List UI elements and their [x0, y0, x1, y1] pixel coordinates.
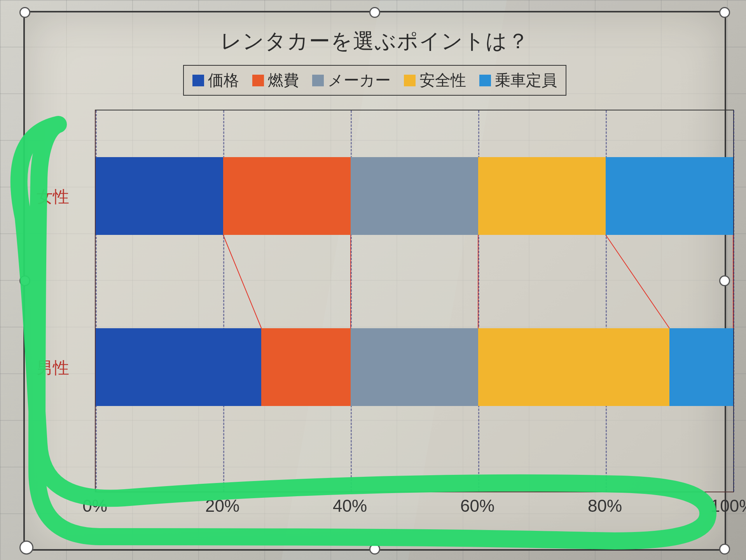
series-connector-3: [606, 235, 669, 328]
grid-line-100: [733, 110, 734, 492]
legend-item-1[interactable]: 燃費: [252, 70, 299, 91]
x-axis-ticks: 0%20%40%60%80%100%: [95, 496, 732, 520]
bar-segment-男性-メーカー[interactable]: [351, 328, 478, 406]
legend-swatch-4: [479, 75, 491, 86]
x-tick-80%: 80%: [588, 496, 622, 516]
chart-object[interactable]: レンタカーを選ぶポイントは？ 価格燃費メーカー安全性乗車定員 女性 男性 0%2…: [23, 11, 726, 551]
legend-swatch-3: [404, 75, 416, 86]
legend-item-2[interactable]: メーカー: [312, 70, 391, 91]
legend-swatch-0: [192, 75, 204, 86]
plot-area[interactable]: [95, 110, 734, 492]
x-tick-20%: 20%: [205, 496, 239, 516]
x-tick-40%: 40%: [333, 496, 367, 516]
legend-label-2: メーカー: [328, 70, 391, 91]
resize-handle-w[interactable]: [19, 275, 30, 286]
legend-item-3[interactable]: 安全性: [404, 70, 466, 91]
x-tick-100%: 100%: [711, 496, 746, 516]
bar-segment-男性-価格[interactable]: [96, 328, 261, 406]
resize-handle-se[interactable]: [719, 544, 730, 555]
legend-item-4[interactable]: 乗車定員: [479, 70, 557, 91]
resize-handle-sw[interactable]: [19, 541, 33, 555]
resize-handle-n[interactable]: [369, 7, 380, 18]
y-axis-label-male: 男性: [37, 357, 91, 379]
bar-segment-男性-燃費[interactable]: [261, 328, 351, 406]
legend-item-0[interactable]: 価格: [192, 70, 239, 91]
x-tick-60%: 60%: [460, 496, 494, 516]
bar-segment-男性-安全性[interactable]: [478, 328, 669, 406]
resize-handle-nw[interactable]: [19, 7, 30, 18]
bar-segment-女性-燃費[interactable]: [223, 157, 351, 235]
resize-handle-s[interactable]: [369, 544, 380, 555]
bar-segment-女性-乗車定員[interactable]: [606, 157, 733, 235]
bar-segment-女性-価格[interactable]: [96, 157, 223, 235]
bar-segment-男性-乗車定員[interactable]: [669, 328, 733, 406]
legend-label-1: 燃費: [268, 70, 299, 91]
chart-title[interactable]: レンタカーを選ぶポイントは？: [25, 27, 725, 56]
resize-handle-ne[interactable]: [719, 7, 730, 18]
y-axis-label-female: 女性: [37, 186, 91, 208]
bar-segment-女性-安全性[interactable]: [478, 157, 606, 235]
chart-legend[interactable]: 価格燃費メーカー安全性乗車定員: [183, 65, 566, 96]
legend-swatch-2: [312, 75, 324, 86]
legend-label-3: 安全性: [419, 70, 466, 91]
legend-label-4: 乗車定員: [495, 70, 557, 91]
legend-label-0: 価格: [208, 70, 239, 91]
x-tick-0%: 0%: [82, 496, 107, 516]
bar-segment-女性-メーカー[interactable]: [351, 157, 478, 235]
series-connector-0: [223, 235, 261, 328]
bar-row-女性[interactable]: [96, 157, 733, 235]
legend-swatch-1: [252, 75, 264, 86]
bar-row-男性[interactable]: [96, 328, 733, 406]
